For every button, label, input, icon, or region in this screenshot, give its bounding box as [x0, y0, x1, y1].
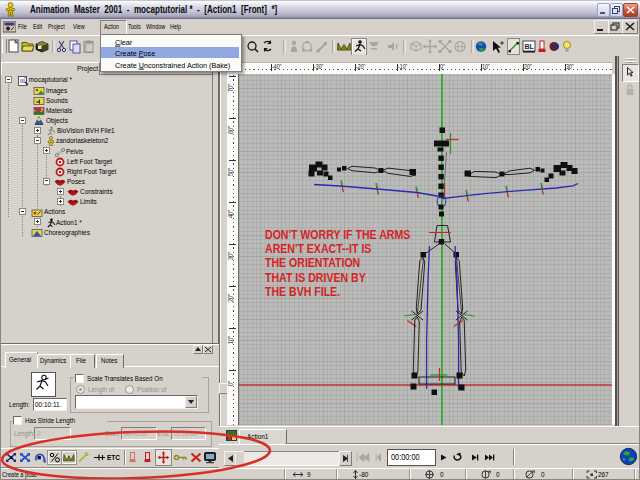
svg-text:BL: BL	[525, 43, 535, 50]
svg-text:ETC: ETC	[107, 454, 120, 461]
